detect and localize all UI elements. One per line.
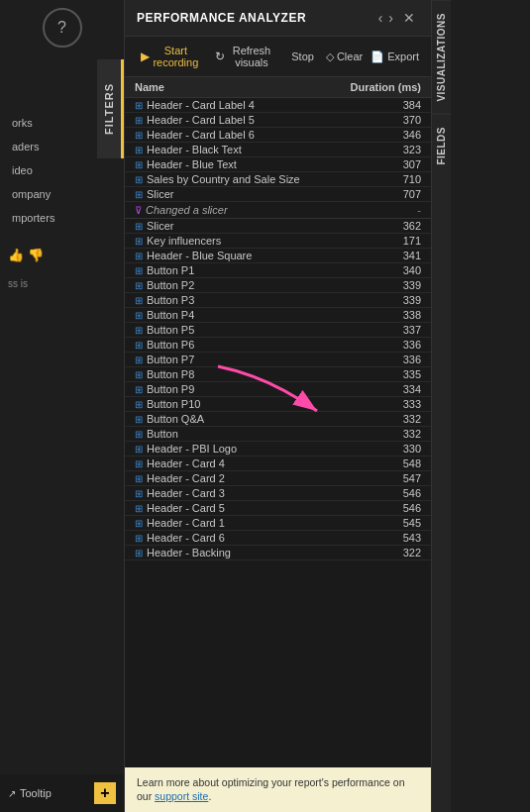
expand-icon: ⊞ bbox=[135, 429, 143, 440]
left-sidebar: ? FILTERS orks aders ideo ompany mporter… bbox=[0, 0, 124, 812]
row-duration: - bbox=[371, 204, 421, 216]
thumbs-down-icon[interactable]: 👎 bbox=[28, 248, 44, 262]
table-row[interactable]: ⊞Button P1340 bbox=[125, 263, 431, 278]
row-name: Slicer bbox=[147, 188, 371, 200]
row-name: Button P8 bbox=[147, 368, 371, 380]
row-name: Slicer bbox=[147, 220, 371, 232]
table-row[interactable]: ⊞Button P9334 bbox=[125, 382, 431, 397]
expand-icon: ⊞ bbox=[135, 295, 143, 306]
expand-icon: ⊞ bbox=[135, 189, 143, 200]
table-row[interactable]: ⊞Header - Blue Text307 bbox=[125, 157, 431, 172]
table-row[interactable]: ⊞Header - Backing322 bbox=[125, 546, 431, 560]
table-row[interactable]: ⊞Button P7336 bbox=[125, 353, 431, 367]
table-row[interactable]: ⊞Header - Blue Square341 bbox=[125, 249, 431, 263]
expand-icon: ⊞ bbox=[135, 473, 143, 484]
expand-icon: ⊞ bbox=[135, 159, 143, 170]
export-button[interactable]: 📄 Export bbox=[371, 51, 419, 63]
table-row[interactable]: ⊽Changed a slicer- bbox=[125, 202, 431, 219]
row-duration: 548 bbox=[371, 457, 421, 469]
table-row[interactable]: ⊞Key influencers171 bbox=[125, 234, 431, 249]
table-row[interactable]: ⊞Slicer362 bbox=[125, 219, 431, 234]
nav-left-button[interactable]: ‹ bbox=[376, 8, 385, 28]
row-duration: 337 bbox=[371, 324, 421, 336]
stop-button[interactable]: Stop bbox=[287, 49, 318, 64]
row-duration: 332 bbox=[371, 413, 421, 425]
sidebar-thumbs: 👍 👎 bbox=[0, 244, 124, 266]
refresh-visuals-button[interactable]: ↻ Refresh visuals bbox=[211, 43, 280, 70]
sidebar-item-video[interactable]: ideo bbox=[4, 160, 120, 180]
tooltip-label: ↗ Tooltip bbox=[8, 787, 52, 799]
row-duration: 710 bbox=[371, 173, 421, 185]
table-row[interactable]: ⊞Header - PBI Logo330 bbox=[125, 442, 431, 457]
expand-icon: ⊞ bbox=[135, 518, 143, 529]
row-duration: 370 bbox=[371, 114, 421, 126]
row-duration: 362 bbox=[371, 220, 421, 232]
tooltip-icon: ↗ bbox=[8, 788, 16, 799]
table-row[interactable]: ⊞Header - Card Label 5370 bbox=[125, 113, 431, 128]
row-duration: 334 bbox=[371, 383, 421, 395]
sidebar-item-company[interactable]: ompany bbox=[4, 184, 120, 204]
table-row[interactable]: ⊞Button P3339 bbox=[125, 293, 431, 308]
table-row[interactable]: ⊞Button P8335 bbox=[125, 367, 431, 382]
table-row[interactable]: ⊞Header - Card 5546 bbox=[125, 501, 431, 516]
table-row[interactable]: ⊞Header - Card 3546 bbox=[125, 486, 431, 501]
row-name: Header - Blue Square bbox=[147, 250, 371, 261]
row-duration: 546 bbox=[371, 487, 421, 499]
table-row[interactable]: ⊞Header - Card 1545 bbox=[125, 516, 431, 531]
row-duration: 340 bbox=[371, 264, 421, 276]
refresh-icon: ↻ bbox=[215, 50, 225, 63]
tab-visualizations[interactable]: VISUALIZATIONS bbox=[432, 0, 451, 114]
expand-icon: ⊞ bbox=[135, 444, 143, 455]
row-duration: 545 bbox=[371, 517, 421, 529]
row-name: Key influencers bbox=[147, 235, 371, 247]
table-row[interactable]: ⊞Button P6336 bbox=[125, 338, 431, 353]
filters-tab[interactable]: FILTERS bbox=[97, 59, 124, 158]
row-name: Button P5 bbox=[147, 324, 371, 336]
row-duration: 332 bbox=[371, 428, 421, 440]
table-row[interactable]: ⊞Sales by Country and Sale Size710 bbox=[125, 172, 431, 187]
row-duration: 336 bbox=[371, 339, 421, 351]
support-site-link[interactable]: support site bbox=[155, 790, 208, 802]
sidebar-item-importers[interactable]: mporters bbox=[4, 208, 120, 228]
table-row[interactable]: ⊞Header - Card 2547 bbox=[125, 471, 431, 486]
table-row[interactable]: ⊞Button P5337 bbox=[125, 323, 431, 338]
add-button[interactable]: + bbox=[94, 782, 116, 804]
expand-icon: ⊞ bbox=[135, 221, 143, 232]
table-row[interactable]: ⊞Button332 bbox=[125, 427, 431, 442]
row-duration: 339 bbox=[371, 279, 421, 291]
filter-icon: ⊽ bbox=[135, 205, 142, 216]
table-row[interactable]: ⊞Header - Card Label 6346 bbox=[125, 128, 431, 143]
row-name: Sales by Country and Sale Size bbox=[147, 173, 371, 185]
expand-icon: ⊞ bbox=[135, 130, 143, 141]
close-button[interactable]: ✕ bbox=[399, 8, 419, 28]
question-mark-button[interactable]: ? bbox=[43, 8, 82, 48]
row-duration: 346 bbox=[371, 129, 421, 141]
row-name: Header - Card 2 bbox=[147, 472, 371, 484]
row-name: Button P7 bbox=[147, 354, 371, 365]
perf-table[interactable]: Name Duration (ms) ⊞Header - Card Label … bbox=[125, 77, 431, 767]
toolbar-actions: ◇ Clear 📄 Export bbox=[326, 51, 419, 63]
table-row[interactable]: ⊞Button P10333 bbox=[125, 397, 431, 412]
clear-button[interactable]: ◇ Clear bbox=[326, 51, 363, 63]
row-name: Header - Card 1 bbox=[147, 517, 371, 529]
expand-icon: ⊞ bbox=[135, 174, 143, 185]
row-name: Button P2 bbox=[147, 279, 371, 291]
table-row[interactable]: ⊞Button P4338 bbox=[125, 308, 431, 323]
table-row[interactable]: ⊞Button Q&A332 bbox=[125, 412, 431, 427]
expand-icon: ⊞ bbox=[135, 100, 143, 111]
expand-icon: ⊞ bbox=[135, 548, 143, 558]
table-row[interactable]: ⊞Slicer707 bbox=[125, 187, 431, 202]
start-recording-button[interactable]: ▶ Start recording bbox=[137, 43, 203, 70]
row-name: Header - PBI Logo bbox=[147, 443, 371, 455]
table-row[interactable]: ⊞Button P2339 bbox=[125, 278, 431, 293]
table-row[interactable]: ⊞Header - Card Label 4384 bbox=[125, 98, 431, 113]
row-duration: 336 bbox=[371, 354, 421, 365]
row-name: Header - Card Label 4 bbox=[147, 99, 371, 111]
table-row[interactable]: ⊞Header - Card 4548 bbox=[125, 457, 431, 471]
table-row[interactable]: ⊞Header - Black Text323 bbox=[125, 143, 431, 157]
thumbs-up-icon[interactable]: 👍 bbox=[8, 248, 24, 262]
nav-right-button[interactable]: › bbox=[386, 8, 395, 28]
table-row[interactable]: ⊞Header - Card 6543 bbox=[125, 531, 431, 546]
tab-fields[interactable]: FIELDS bbox=[432, 114, 451, 177]
row-name: Header - Backing bbox=[147, 547, 371, 558]
